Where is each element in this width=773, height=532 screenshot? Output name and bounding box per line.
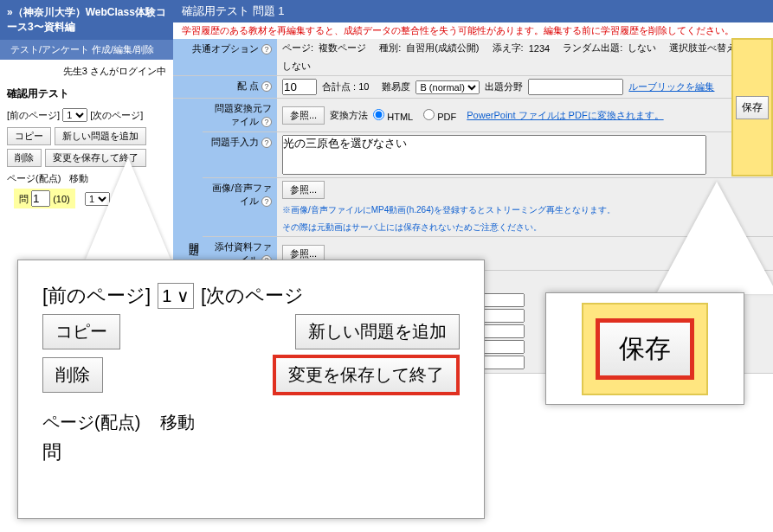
delete-button[interactable]: 削除: [7, 149, 42, 167]
next-page-link[interactable]: [次のページ]: [90, 110, 143, 120]
ppt-note: PowerPoint ファイルは PDFに変換されます。: [467, 109, 663, 122]
page-number-input[interactable]: [31, 190, 50, 207]
delete-button[interactable]: 削除: [42, 357, 103, 393]
page-nav-row: [前のページ] 1 [次のページ]: [0, 105, 173, 125]
callout-pointer: [85, 157, 171, 261]
add-question-button[interactable]: 新しい問題を追加: [295, 314, 460, 349]
help-icon[interactable]: ?: [261, 44, 272, 54]
prev-page-link[interactable]: [前のページ]: [42, 283, 151, 309]
subject-input[interactable]: [528, 79, 623, 95]
save-panel: 保存: [731, 38, 773, 176]
browse-button[interactable]: 参照...: [282, 181, 325, 199]
common-option-label: 共通オプション ?: [173, 39, 277, 76]
test-name: 確認用テスト: [0, 83, 173, 105]
course-subnav[interactable]: テスト/アンケート 作成/編集/削除: [0, 40, 173, 60]
score-label: 配 点 ?: [173, 76, 277, 99]
help-icon[interactable]: ?: [261, 117, 272, 127]
save-button[interactable]: 保存: [736, 96, 769, 119]
course-title: »（神奈川大学）WebClass体験コース3〜資料編: [7, 5, 166, 35]
page-select[interactable]: 1: [62, 108, 87, 122]
browse-button[interactable]: 参照...: [282, 106, 325, 125]
score-input[interactable]: [282, 79, 317, 95]
copy-button[interactable]: コピー: [42, 314, 120, 349]
media-note: ※画像/音声ファイルにMP4動画(h.264)を登録するとストリーミング再生とな…: [282, 204, 615, 216]
course-header: »（神奈川大学）WebClass体験コース3〜資料編: [0, 0, 173, 40]
zoom-callout-left: [前のページ] 1 ∨ [次のページ コピー 新しい問題を追加 削除 変更を保存…: [17, 260, 485, 519]
manual-input-label: 問題手入力 ?: [203, 132, 277, 178]
help-icon[interactable]: ?: [261, 81, 272, 92]
callout-pointer: [656, 182, 773, 294]
common-option-body: ページ:複数ページ 種別:自習用(成績公開) 添え字:1234 ランダム出題:し…: [277, 39, 773, 76]
help-icon[interactable]: ?: [261, 138, 272, 148]
save-button[interactable]: 保存: [596, 318, 694, 380]
media-file-label: 画像/音声ファイル ?: [203, 178, 277, 237]
html-radio[interactable]: HTML: [373, 109, 413, 122]
score-body: 合計点 : 10 難易度 B (normal) 出題分野 ルーブリックを編集: [277, 76, 773, 99]
zoom-callout-right: 保存: [545, 292, 744, 405]
rubric-link[interactable]: ルーブリックを編集: [628, 80, 714, 93]
pdf-radio[interactable]: PDF: [423, 109, 456, 122]
difficulty-select[interactable]: B (normal): [415, 80, 480, 94]
next-page-link[interactable]: [次のページ: [201, 283, 304, 309]
media-note2: その際は元動画はサーバ上には保存されないためご注意ください。: [282, 221, 542, 234]
add-question-button[interactable]: 新しい問題を追加: [55, 127, 146, 145]
save-exit-button[interactable]: 変更を保存して終了: [273, 355, 460, 395]
page-list-item[interactable]: 問 (10): [14, 189, 75, 208]
page-select[interactable]: 1 ∨: [158, 283, 194, 309]
question-text-input[interactable]: 光の三原色を選びなさい: [282, 135, 706, 175]
login-status: 先生3 さんがログイン中: [0, 60, 173, 83]
prev-page-link[interactable]: [前のページ]: [7, 110, 60, 120]
warning-text: 学習履歴のある教材を再編集すると、成績データの整合性を失う可能性があります。編集…: [173, 22, 773, 39]
page-item-label: 問: [42, 441, 61, 463]
help-icon[interactable]: ?: [261, 196, 272, 207]
copy-button[interactable]: コピー: [7, 127, 51, 145]
main-title: 確認用テスト 問題 1: [173, 0, 773, 22]
convert-file-label: 問題変換元ファイル ?: [203, 99, 277, 132]
